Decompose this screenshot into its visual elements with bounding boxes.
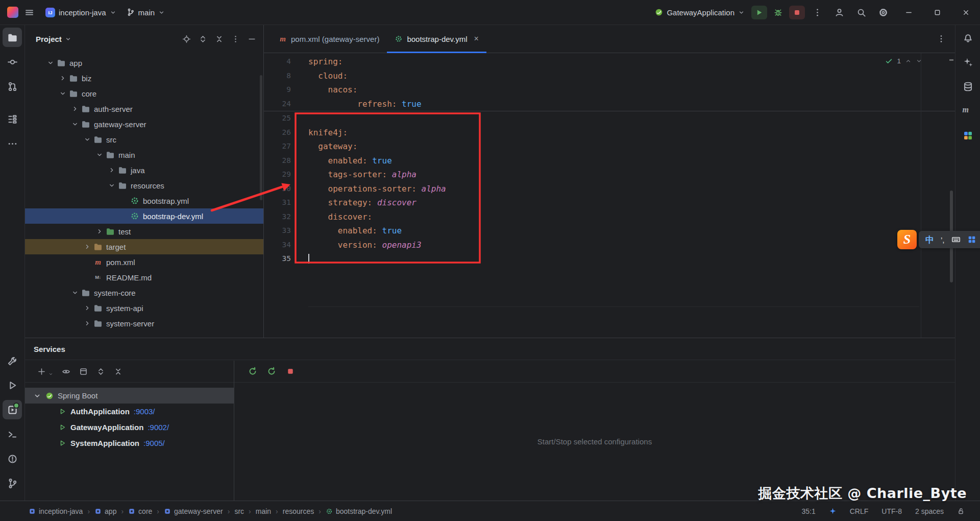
code-line-35[interactable]: 35 (264, 252, 955, 266)
code-line-4[interactable]: 4spring: (264, 55, 955, 69)
chevron-right-icon[interactable] (82, 318, 92, 328)
service-SystemApplication[interactable]: SystemApplication:9005/ (25, 435, 234, 451)
code-line-8[interactable]: 8 cloud: (264, 69, 955, 83)
tree-item-src[interactable]: src (25, 132, 263, 147)
file-encoding[interactable]: UTF-8 (881, 507, 902, 515)
keyboard-icon[interactable] (951, 235, 961, 244)
line-separator[interactable]: CRLF (850, 507, 869, 515)
service-url[interactable]: :9003/ (134, 407, 155, 416)
branch-widget[interactable]: main (121, 4, 170, 21)
more-options-icon[interactable] (231, 35, 240, 43)
tree-item-main[interactable]: main (25, 147, 263, 162)
tab-bootstrap-dev-yml[interactable]: bootstrap-dev.yml × (387, 25, 486, 53)
service-AuthApplication[interactable]: AuthApplication:9003/ (25, 404, 234, 419)
maximize-button[interactable] (923, 0, 951, 25)
run-button[interactable] (751, 6, 767, 19)
code-line-24[interactable]: 24 refresh: true (264, 97, 955, 111)
tab-options-icon[interactable] (937, 34, 946, 43)
service-GatewayApplication[interactable]: GatewayApplication:9002/ (25, 419, 234, 435)
chevron-down-icon[interactable] (107, 180, 117, 191)
search-icon[interactable] (856, 8, 866, 17)
stop-button[interactable] (789, 6, 805, 19)
breadcrumb-gateway-server[interactable]: gateway-server (164, 507, 223, 515)
chevron-right-icon[interactable] (70, 104, 80, 114)
tree-item-pom.xml[interactable]: mpom.xml (25, 254, 263, 270)
code-line-27[interactable]: 27 gateway: (264, 139, 955, 154)
editor-body[interactable]: 4spring:8 cloud:9 nacos:24 refresh: true… (264, 53, 955, 338)
chevron-down-icon[interactable] (82, 134, 92, 145)
maven-tool-icon[interactable]: m (958, 101, 977, 121)
tree-item-java[interactable]: java (25, 162, 263, 178)
prev-issue-icon[interactable] (905, 58, 912, 64)
rerun-icon[interactable] (248, 367, 257, 376)
project-tool-icon[interactable] (3, 28, 22, 47)
minimize-button[interactable] (894, 0, 923, 25)
tree-item-biz[interactable]: biz (25, 70, 263, 86)
tab-pom-xml[interactable]: m pom.xml (gateway-server) (271, 25, 387, 53)
chevron-down-icon[interactable] (70, 119, 80, 129)
chevron-down-icon[interactable] (65, 36, 71, 42)
code-line-34[interactable]: 34 version: openapi3 (264, 238, 955, 252)
select-opened-file-icon[interactable] (182, 35, 191, 43)
tree-item-gateway-server[interactable]: gateway-server (25, 116, 263, 132)
tree-item-core[interactable]: core (25, 86, 263, 101)
chevron-down-icon[interactable] (58, 88, 68, 99)
pull-requests-tool-icon[interactable] (3, 77, 22, 96)
run-tool-icon[interactable] (3, 375, 22, 395)
add-service-icon[interactable] (37, 367, 46, 376)
close-tab-icon[interactable]: × (474, 35, 478, 43)
rerun-debug-icon[interactable] (267, 367, 276, 376)
sogou-logo[interactable]: S (897, 230, 917, 249)
breadcrumb-src[interactable]: src (234, 507, 244, 515)
project-panel-title[interactable]: Project (36, 35, 62, 43)
breadcrumb-resources[interactable]: resources (283, 507, 314, 515)
tree-item-README.md[interactable]: M↓README.md (25, 270, 263, 285)
more-tool-icon[interactable] (3, 134, 22, 153)
tree-item-bootstrap-dev.yml[interactable]: bootstrap-dev.yml (25, 208, 263, 224)
indent-style[interactable]: 2 spaces (915, 507, 944, 515)
stop-icon[interactable] (286, 367, 295, 376)
database-tool-icon[interactable] (958, 77, 977, 96)
debug-button[interactable] (770, 6, 786, 19)
chevron-right-icon[interactable] (107, 165, 117, 175)
chevron-down-icon[interactable] (33, 392, 41, 400)
commit-tool-icon[interactable] (3, 52, 22, 72)
code-line-9[interactable]: 9 nacos: (264, 83, 955, 97)
services-root-row[interactable]: Spring Boot (25, 388, 234, 404)
chevron-down-icon[interactable] (70, 288, 80, 298)
service-url[interactable]: :9002/ (148, 423, 169, 432)
code-line-28[interactable]: 28 enabled: true (264, 154, 955, 168)
project-scrollbar[interactable] (260, 75, 262, 200)
view-options-icon[interactable] (62, 367, 70, 376)
git-tool-icon[interactable] (3, 473, 22, 493)
service-url[interactable]: :9005/ (143, 439, 165, 447)
code-line-33[interactable]: 33 enabled: true (264, 224, 955, 238)
tree-item-test[interactable]: test (25, 224, 263, 239)
ime-lang-indicator[interactable]: 中 (925, 234, 934, 246)
structure-tool-icon[interactable] (3, 109, 22, 129)
code-line-32[interactable]: 32 discover: (264, 210, 955, 224)
tree-item-app[interactable]: app (25, 55, 263, 70)
breadcrumb-main[interactable]: main (256, 507, 271, 515)
terminal-tool-icon[interactable] (3, 424, 22, 444)
code-line-25[interactable]: 25 (264, 111, 955, 126)
chevron-down-icon[interactable] (94, 150, 105, 160)
editor-scrollbar[interactable] (949, 53, 954, 338)
chevron-right-icon[interactable] (94, 226, 105, 236)
code-line-30[interactable]: 30 operations-sorter: alpha (264, 182, 955, 196)
plugins-tool-icon[interactable] (958, 126, 977, 145)
settings-gear-icon[interactable] (878, 8, 888, 17)
services-title[interactable]: Services (34, 345, 65, 353)
inspection-widget[interactable]: 1 (885, 57, 922, 65)
breadcrumb-bootstrap-dev.yml[interactable]: bootstrap-dev.yml (326, 507, 392, 515)
notifications-tool-icon[interactable] (958, 28, 977, 47)
project-widget[interactable]: IJ inception-java (40, 4, 121, 21)
problems-tool-icon[interactable] (3, 449, 22, 468)
breadcrumb-inception-java[interactable]: inception-java (29, 507, 83, 515)
collapse-all-icon[interactable] (114, 367, 122, 376)
expand-all-icon[interactable] (96, 367, 105, 376)
lock-icon[interactable] (957, 507, 965, 515)
more-actions-icon[interactable] (813, 8, 822, 17)
chevron-right-icon[interactable] (82, 242, 92, 252)
chevron-right-icon[interactable] (58, 73, 68, 83)
